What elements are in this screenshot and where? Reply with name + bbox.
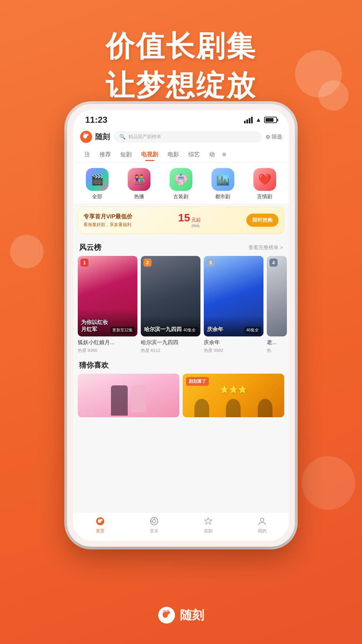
phone-mockup: 11:23 ▲ (67, 104, 295, 547)
nav-music-label: 音乐 (150, 528, 159, 534)
logo-icon (80, 130, 93, 143)
svg-point-8 (99, 519, 100, 520)
rank-poster-4: 4 (267, 256, 287, 336)
nav-track-label: 追剧 (204, 528, 213, 534)
hero-section: 价值长剧集 让梦想绽放 (0, 27, 362, 105)
nav-tabs: 注 推荐 短剧 电视剧 电影 综艺 动 ≡ (73, 147, 289, 163)
tab-subscribe[interactable]: 注 (80, 149, 95, 160)
hero-line1: 价值长剧集 (0, 27, 362, 66)
rank-number-3: 3 (206, 259, 215, 267)
battery-icon (264, 117, 277, 123)
status-time: 11:23 (85, 115, 108, 125)
filter-button[interactable]: ⚙ 筛选 (265, 133, 282, 141)
category-romance-icon: ❤️ (258, 173, 272, 186)
logo-text: 随刻 (95, 132, 110, 142)
search-placeholder: 精品国产剧榜单 (128, 134, 161, 140)
search-icon: 🔍 (119, 134, 126, 140)
star-icon (203, 516, 214, 527)
svg-point-7 (101, 519, 103, 521)
rank-item-4[interactable]: 4 老... 热 (267, 256, 287, 354)
vip-subtitle: 看海量好剧，享多重福利 (83, 222, 132, 228)
rank-title-1: 狐妖小红娘月... (78, 339, 137, 346)
rank-title-2: 哈尔滨一九四四 (141, 339, 200, 346)
tab-animation[interactable]: 动 (204, 149, 220, 160)
vip-info: 专享首月VIP最低价 看海量好剧，享多重福利 (83, 213, 132, 228)
rank-heat-1: 热度 8360 (78, 347, 137, 354)
tab-movie[interactable]: 电影 (163, 149, 184, 160)
vip-buy-button[interactable]: 限时抢购 (246, 214, 279, 227)
rank-title-4: 老... (267, 339, 287, 346)
svg-point-19 (163, 610, 166, 612)
nav-profile[interactable]: 我的 (235, 516, 289, 534)
hero-line2: 让梦想绽放 (0, 66, 362, 105)
tab-short[interactable]: 短剧 (116, 149, 136, 160)
rank-number-1: 1 (80, 259, 88, 267)
svg-marker-13 (204, 518, 212, 524)
tab-recommend[interactable]: 推荐 (95, 149, 116, 160)
rank-badge-2: 40集全 (181, 327, 198, 334)
rank-heat-4: 热 (267, 347, 287, 354)
guess-row: 剧划算了 ⭐⭐⭐ (78, 374, 284, 417)
tab-tv[interactable]: 电视剧 (136, 149, 163, 160)
rankings-header: 风云榜 查看完整榜单 > (73, 237, 289, 256)
guess-item-2[interactable]: 剧划算了 ⭐⭐⭐ (183, 374, 284, 417)
svg-point-14 (260, 518, 264, 522)
category-romance-label: 言情剧 (257, 194, 272, 200)
home-icon (95, 516, 106, 527)
guess-section: 剧划算了 ⭐⭐⭐ (73, 374, 289, 417)
bottom-nav: 首页 音乐 追剧 (73, 512, 289, 541)
nav-profile-label: 我的 (258, 528, 266, 534)
guess-title: 猜你喜欢 (79, 360, 109, 370)
bottom-brand: 随刻 (158, 606, 204, 624)
category-all[interactable]: 🎬 全部 (82, 168, 112, 200)
music-icon (149, 516, 160, 527)
nav-track[interactable]: 追剧 (181, 516, 235, 534)
filter-label: 筛选 (272, 133, 282, 141)
filter-icon: ⚙ (265, 134, 270, 140)
nav-home[interactable]: 首页 (73, 516, 127, 534)
category-city[interactable]: 🏙️ 都市剧 (208, 168, 238, 200)
rank-item-2[interactable]: 2 哈尔滨一九四四 40集全 哈尔滨一九四四 热度 6112 (141, 256, 200, 354)
guess-tag-2: 剧划算了 (186, 377, 209, 386)
signal-icon (244, 117, 253, 123)
rank-poster-2: 2 哈尔滨一九四四 40集全 (141, 256, 200, 336)
category-ancient[interactable]: 👘 古装剧 (166, 168, 196, 200)
search-bar[interactable]: 🔍 精品国产剧榜单 (114, 131, 261, 143)
category-city-label: 都市剧 (215, 194, 230, 200)
scroll-content[interactable]: 🎬 全部 👫 热播 👘 (73, 163, 289, 512)
price-unit: 元起 (191, 217, 201, 223)
deco-circle (10, 235, 44, 268)
category-hot[interactable]: 👫 热播 (124, 168, 154, 200)
rank-heat-2: 热度 6112 (141, 347, 200, 354)
category-all-icon: 🎬 (90, 173, 104, 186)
phone-screen: 11:23 ▲ (73, 110, 289, 541)
brand-logo-icon (158, 606, 175, 624)
rank-poster-1: 1 为你以红妆月红军 更新至12集 (78, 256, 137, 336)
vip-banner[interactable]: 专享首月VIP最低价 看海量好剧，享多重福利 15 元起 25元 限时抢购 (78, 207, 284, 234)
person-icon (257, 516, 267, 527)
deco-circle (302, 456, 355, 510)
status-icons: ▲ (244, 116, 277, 123)
app-header: 随刻 🔍 精品国产剧榜单 ⚙ 筛选 (73, 127, 289, 147)
rank-badge-3: 46集全 (244, 327, 261, 334)
nav-music[interactable]: 音乐 (127, 516, 181, 534)
rank-item-3[interactable]: 3 庆余年 46集全 庆余年 热度 5982 (204, 256, 263, 354)
status-bar: 11:23 ▲ (73, 110, 289, 127)
price-number: 15 (178, 212, 190, 224)
category-romance[interactable]: ❤️ 言情剧 (250, 168, 280, 200)
category-hot-label: 热播 (134, 194, 144, 200)
rank-number-4: 4 (269, 259, 278, 267)
vip-title: 专享首月VIP最低价 (83, 213, 132, 220)
rank-item-1[interactable]: 1 为你以红妆月红军 更新至12集 狐妖小红娘月... 热度 8360 (78, 256, 137, 354)
svg-point-3 (83, 133, 85, 135)
tab-variety[interactable]: 综艺 (184, 149, 204, 160)
guess-item-1[interactable] (78, 374, 179, 417)
rank-title-3: 庆余年 (204, 339, 263, 346)
app-logo: 随刻 (80, 130, 110, 143)
svg-point-20 (167, 610, 169, 612)
rankings-link[interactable]: 查看完整榜单 > (248, 245, 283, 251)
category-row: 🎬 全部 👫 热播 👘 (73, 163, 289, 203)
tab-more[interactable]: ≡ (220, 149, 229, 160)
price-original: 25元 (191, 223, 201, 229)
rank-heat-3: 热度 5982 (204, 347, 263, 354)
